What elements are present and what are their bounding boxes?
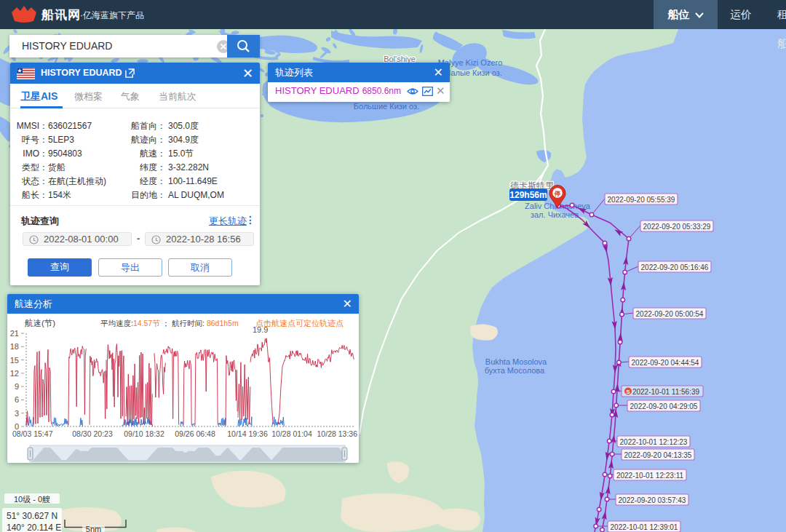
svg-text:бухта Мосолова: бухта Мосолова	[485, 366, 545, 375]
svg-text:2022-09-20 05:33:29: 2022-09-20 05:33:29	[643, 223, 711, 231]
svg-text:09/26 06:48: 09/26 06:48	[175, 429, 215, 438]
svg-text:点击航速点可定位轨迹点: 点击航速点可定位轨迹点	[255, 319, 344, 327]
svg-text:2022-09-20 04:13:35: 2022-09-20 04:13:35	[624, 451, 692, 459]
svg-text:Большие Кизи оз.: Большие Кизи оз.	[354, 102, 419, 111]
svg-text:09/10 18:32: 09/10 18:32	[124, 429, 164, 438]
svg-text:2022-09-20 05:55:39: 2022-09-20 05:55:39	[608, 196, 675, 204]
svg-text:平均速度:14.57节 ； 航行时间: 86d1h5m: 平均速度:14.57节 ； 航行时间: 86d1h5m	[100, 319, 239, 327]
svg-text:2022-09-20 04:29:05: 2022-09-20 04:29:05	[630, 402, 698, 410]
svg-text:15: 15	[10, 356, 19, 365]
svg-text:Bukhta Mosolova: Bukhta Mosolova	[485, 357, 547, 366]
svg-text:08/03 15:47: 08/03 15:47	[12, 429, 53, 438]
svg-text:2022-09-20 05:00:54: 2022-09-20 05:00:54	[636, 310, 704, 318]
svg-text:S: S	[626, 389, 630, 395]
svg-text:9: 9	[15, 382, 19, 391]
svg-text:2022-10-01 12:12:23: 2022-10-01 12:12:23	[620, 438, 688, 446]
svg-text:2022-10-01 12:39:01: 2022-10-01 12:39:01	[611, 523, 678, 531]
svg-text:6: 6	[15, 395, 19, 404]
svg-text:08/30 20:23: 08/30 20:23	[72, 429, 113, 438]
svg-text:2022-10-01 12:23:11: 2022-10-01 12:23:11	[616, 472, 684, 480]
svg-text:10/28 13:36: 10/28 13:36	[317, 429, 358, 438]
svg-text:18: 18	[10, 342, 19, 351]
svg-text:10/14 19:36: 10/14 19:36	[227, 429, 268, 438]
svg-text:停: 停	[554, 190, 561, 197]
svg-text:2022-10-01 11:56:39: 2022-10-01 11:56:39	[632, 388, 700, 396]
svg-text:3: 3	[15, 409, 19, 418]
svg-text:10/28 01:04: 10/28 01:04	[271, 429, 312, 438]
svg-text:2022-09-20 04:44:54: 2022-09-20 04:44:54	[632, 359, 699, 367]
svg-text:2022-09-20 05:16:46: 2022-09-20 05:16:46	[641, 263, 709, 271]
svg-text:Малые Кизи оз.: Малые Кизи оз.	[444, 68, 502, 77]
svg-text:12: 12	[10, 369, 19, 378]
svg-text:21: 21	[10, 329, 19, 338]
svg-text:19.9: 19.9	[253, 325, 268, 334]
svg-text:航速(节): 航速(节)	[25, 319, 55, 327]
svg-text:129h56m: 129h56m	[509, 190, 547, 200]
svg-text:2022-09-20 03:57:43: 2022-09-20 03:57:43	[619, 496, 686, 504]
